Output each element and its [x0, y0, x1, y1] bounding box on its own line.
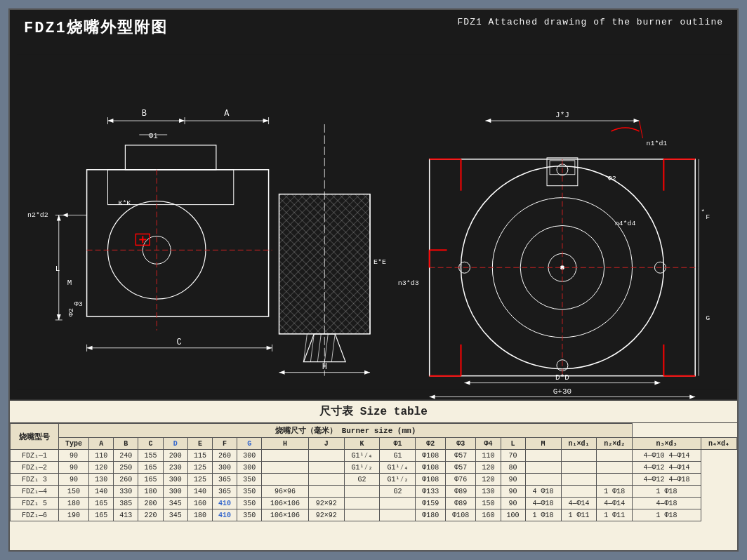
row-m: 70: [501, 450, 525, 462]
title-chinese: FDZ1烧嘴外型附图: [24, 17, 168, 38]
table-row: FDZ₁—1 90 110 240 155 200 115 260 300 G1…: [11, 450, 737, 462]
table-row: FDZ₁ 3 90 130 260 165 300 125 365 350 G2…: [11, 474, 737, 486]
svg-text:D*D: D*D: [555, 373, 569, 382]
row-k: [308, 450, 344, 462]
row-n3d3: [597, 450, 633, 462]
sub-col-a: A: [89, 438, 114, 450]
svg-text:G: G: [706, 314, 710, 322]
technical-drawing: B A Φ1 n2*d2 K*K L: [17, 45, 730, 399]
sub-col-phi4: Φ4: [476, 438, 501, 450]
row-type: FDZ₁—1: [11, 450, 59, 462]
sub-col-c: C: [138, 438, 163, 450]
row-g: 260: [212, 450, 237, 462]
svg-text:F: F: [706, 213, 710, 221]
table-row: FDZ₁—6 190 165 413 220 345 180 410 350 1…: [11, 509, 737, 521]
sub-col-n4d4: n₄×d₄: [701, 438, 736, 450]
row-h: 300: [237, 450, 262, 462]
svg-text:*: *: [701, 208, 705, 216]
svg-marker-102: [430, 395, 435, 399]
sub-col-l: L: [501, 438, 525, 450]
table-row: FDZ₁—2 90 120 250 165 230 125 300 300 G1…: [11, 462, 737, 474]
row-a: 90: [59, 450, 89, 462]
svg-text:n4*d4: n4*d4: [615, 220, 636, 227]
sub-col-phi3: Φ3: [446, 438, 476, 450]
row-phi1: G1¹⁄₄: [344, 450, 380, 462]
row-n2d2: [561, 450, 597, 462]
sub-col-g: G: [237, 438, 262, 450]
row-l: 110: [476, 450, 501, 462]
svg-text:A: A: [224, 109, 230, 119]
sub-col-phi2: Φ2: [416, 438, 446, 450]
svg-text:E*E: E*E: [374, 258, 386, 266]
table-title: 尺寸表 Size table: [10, 401, 737, 423]
row-n4d4: 4—Φ10 4—Φ14: [633, 450, 701, 462]
sub-col-k: K: [344, 438, 380, 450]
svg-text:Φ1: Φ1: [149, 132, 159, 140]
svg-text:J*J: J*J: [555, 111, 569, 119]
row-c: 240: [114, 450, 138, 462]
svg-text:n1*d1: n1*d1: [646, 140, 667, 147]
sub-col-j: J: [308, 438, 344, 450]
svg-text:n2*d2: n2*d2: [27, 211, 48, 219]
sub-col-n3d3: n₃×d₃: [633, 438, 701, 450]
svg-marker-103: [689, 395, 695, 399]
title-area: FDZ1烧嘴外型附图 FDZ1 Attached drawing of the …: [24, 17, 723, 38]
row-phi4: Φ57: [446, 450, 476, 462]
sub-col-m: M: [525, 438, 561, 450]
row-b: 110: [89, 450, 114, 462]
size-table: 烧嘴型号 烧嘴尺寸（毫米） Burner size (mm) Type A B …: [10, 423, 737, 521]
table-row: FDZ₁—4 150 140 330 180 300 140 365 350 9…: [11, 486, 737, 498]
svg-text:M: M: [67, 279, 72, 287]
sub-col-d: D: [163, 438, 187, 450]
row-n1d1: [525, 450, 561, 462]
sub-col-n1d1: n₁×d₁: [561, 438, 597, 450]
svg-text:Φ3: Φ3: [74, 300, 83, 308]
size-table-area: 尺寸表 Size table 烧嘴型号 烧嘴尺寸（毫米） Burner size…: [10, 399, 737, 550]
row-phi2: G1: [380, 450, 416, 462]
sub-col-b: B: [114, 438, 138, 450]
title-english: FDZ1 Attached drawing of the burner outl…: [458, 17, 723, 27]
row-phi3: Φ108: [416, 450, 446, 462]
svg-text:Φ2: Φ2: [67, 308, 75, 316]
sub-col-phi1: Φ1: [380, 438, 416, 450]
sub-col-type: Type: [59, 438, 89, 450]
svg-text:C: C: [177, 338, 182, 347]
row-f: 115: [187, 450, 212, 462]
row-e: 200: [163, 450, 187, 462]
col-header-burner-size: 烧嘴尺寸（毫米） Burner size (mm): [59, 424, 633, 438]
svg-text:n3*d3: n3*d3: [398, 279, 419, 287]
svg-text:L: L: [55, 265, 60, 273]
main-container: FDZ1烧嘴外型附图 FDZ1 Attached drawing of the …: [8, 8, 739, 552]
svg-text:H: H: [322, 362, 327, 372]
svg-text:B: B: [142, 109, 147, 119]
row-j: [262, 450, 308, 462]
drawing-area: FDZ1烧嘴外型附图 FDZ1 Attached drawing of the …: [10, 10, 737, 399]
svg-text:G+30: G+30: [553, 387, 571, 396]
sub-col-h: H: [262, 438, 308, 450]
sub-col-f: F: [212, 438, 237, 450]
svg-text:K*K: K*K: [118, 199, 131, 207]
table-row: FDZ₁ 5 180 165 385 200 345 160 410 350 1…: [11, 498, 737, 509]
col-header-type: 烧嘴型号: [11, 424, 59, 450]
row-d: 155: [138, 450, 163, 462]
sub-col-e: E: [187, 438, 212, 450]
sub-col-n2d2: n₂×d₂: [597, 438, 633, 450]
